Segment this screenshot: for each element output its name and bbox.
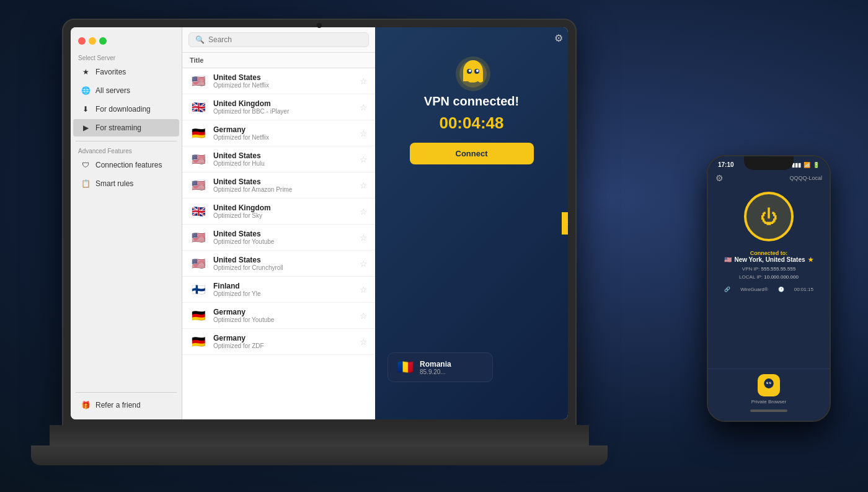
sidebar-item-streaming[interactable]: ▶ For streaming <box>73 119 179 136</box>
vpn-main-content: VPN connected! 00:04:48 Connect <box>410 55 534 164</box>
wifi-icon: 📶 <box>804 162 810 168</box>
favorite-star-button[interactable]: ☆ <box>360 76 368 86</box>
favorite-star-button[interactable]: ☆ <box>360 207 368 217</box>
phone-connected-label: Connected to: <box>708 250 830 256</box>
server-country: Germany <box>213 125 353 134</box>
table-row[interactable]: 🇺🇸 United States Optimized for Amazon Pr… <box>182 172 375 199</box>
favorite-star-button[interactable]: ☆ <box>360 181 368 190</box>
romania-ip: 85.9.20... <box>420 369 451 375</box>
sidebar-item-favorites[interactable]: ★ Favorites <box>73 63 179 81</box>
sidebar-item-refer-friend[interactable]: 🎁 Refer a friend <box>73 396 179 414</box>
phone-device: 17:10 ▮▮▮ 📶 🔋 ⚙ QQQQ-Local ⏻ Connected t… <box>707 155 831 422</box>
vpn-ip-row: VPN IP: 555.555.55.555 <box>708 266 830 274</box>
sidebar-item-smart-rules-label: Smart rules <box>95 179 133 188</box>
table-row[interactable]: 🇺🇸 United States Optimized for Crunchyro… <box>182 251 375 277</box>
table-row[interactable]: 🇺🇸 United States Optimized for Netflix ☆ <box>182 68 375 94</box>
power-icon: ⏻ <box>760 207 777 227</box>
flag-icon: 🇺🇸 <box>190 179 207 192</box>
romania-card: 🇷🇴 Romania 85.9.20... <box>388 352 493 382</box>
flag-icon: 🇺🇸 <box>190 153 207 166</box>
phone-gear-icon[interactable]: ⚙ <box>715 173 724 183</box>
server-info: United Kingdom Optimized for Sky <box>213 204 353 219</box>
laptop-base-bottom <box>31 445 608 465</box>
favorite-star-button[interactable]: ☆ <box>360 311 368 321</box>
sidebar-item-all-servers[interactable]: 🌐 All servers <box>73 82 179 99</box>
local-ip-value: 10.000.000.000 <box>764 274 799 280</box>
phone-status-icons: ▮▮▮ 📶 🔋 <box>792 162 820 168</box>
romania-flag: 🇷🇴 <box>397 359 414 375</box>
server-subtitle: Optimized for Netflix <box>213 82 353 89</box>
globe-icon: 🌐 <box>81 86 91 96</box>
server-subtitle: Optimized for Yle <box>213 290 353 297</box>
sidebar-section-1-label: Select Server <box>71 52 182 63</box>
phone-header: ⚙ QQQQ-Local <box>708 171 830 186</box>
phone-timer: 00:01:15 <box>794 287 813 292</box>
table-row[interactable]: 🇩🇪 Germany Optimized for ZDF ☆ <box>182 329 375 355</box>
flag-icon: 🇺🇸 <box>190 75 207 87</box>
favorite-star-button[interactable]: ☆ <box>360 128 368 138</box>
table-row[interactable]: 🇺🇸 United States Optimized for Youtube ☆ <box>182 225 375 251</box>
phone-bottom-bar: Private Browser <box>708 369 830 421</box>
server-country: United States <box>213 256 353 264</box>
vpn-ip-value: 555.555.55.555 <box>761 266 796 272</box>
table-row[interactable]: 🇫🇮 Finland Optimized for Yle ☆ <box>182 277 375 303</box>
flag-icon: 🇫🇮 <box>190 284 207 296</box>
server-subtitle: Optimized for Hulu <box>213 160 353 167</box>
search-input[interactable] <box>208 35 362 44</box>
protocol-label: WireGuard® <box>740 287 768 292</box>
table-row[interactable]: 🇺🇸 United States Optimized for Hulu ☆ <box>182 146 375 172</box>
svg-point-13 <box>770 382 771 383</box>
table-title-column: Title <box>190 56 368 64</box>
sidebar-item-all-servers-label: All servers <box>95 86 130 95</box>
phone-power-button[interactable]: ⏻ <box>744 192 794 241</box>
phone-app-icon[interactable] <box>758 374 780 396</box>
minimize-button[interactable] <box>89 37 96 45</box>
search-wrapper: 🔍 <box>188 32 369 47</box>
laptop-screen-content: Select Server ★ Favorites 🌐 All servers … <box>71 27 568 419</box>
favorite-star-button[interactable]: ☆ <box>360 154 368 164</box>
server-subtitle: Optimized for Youtube <box>213 238 353 245</box>
phone-screen: 17:10 ▮▮▮ 📶 🔋 ⚙ QQQQ-Local ⏻ Connected t… <box>708 156 830 421</box>
battery-icon: 🔋 <box>813 162 820 168</box>
server-subtitle: Optimized for ZDF <box>213 342 353 349</box>
table-row[interactable]: 🇬🇧 United Kingdom Optimized for BBC - iP… <box>182 94 375 120</box>
flag-icon: 🇬🇧 <box>190 101 207 114</box>
sidebar-item-downloading[interactable]: ⬇ For downloading <box>73 101 179 118</box>
server-country: Finland <box>213 282 353 290</box>
close-button[interactable] <box>78 37 86 45</box>
romania-info: Romania 85.9.20... <box>420 360 451 375</box>
vpn-right-panel: ⚙ <box>375 27 568 419</box>
maximize-button[interactable] <box>99 37 107 45</box>
flag-icon: 🇬🇧 <box>190 205 207 218</box>
server-info: Germany Optimized for Netflix <box>213 125 353 141</box>
sidebar-item-smart-rules[interactable]: 📋 Smart rules <box>73 175 179 192</box>
table-row[interactable]: 🇩🇪 Germany Optimized for Netflix ☆ <box>182 120 375 146</box>
laptop-device: Select Server ★ Favorites 🌐 All servers … <box>50 19 589 465</box>
favorite-star-button[interactable]: ☆ <box>360 285 368 295</box>
sidebar-divider-2 <box>76 392 177 393</box>
laptop-camera <box>317 23 322 28</box>
gear-button[interactable]: ⚙ <box>554 32 563 44</box>
star-icon: ★ <box>81 67 91 77</box>
table-row[interactable]: 🇬🇧 United Kingdom Optimized for Sky ☆ <box>182 199 375 225</box>
favorite-star-button[interactable]: ☆ <box>360 233 368 243</box>
favorite-star-button[interactable]: ☆ <box>360 102 368 112</box>
sidebar-section-2-label: Advanced Features <box>71 145 182 156</box>
server-country: United Kingdom <box>213 99 353 108</box>
sidebar-item-connection-features[interactable]: 🛡 Connection features <box>73 156 179 174</box>
window-controls <box>71 32 182 52</box>
location-flag: 🇺🇸 <box>724 256 732 263</box>
sidebar-item-refer-label: Refer a friend <box>95 401 141 409</box>
server-info: United States Optimized for Crunchyroll <box>213 256 353 271</box>
favorite-star-button[interactable]: ☆ <box>360 337 368 347</box>
server-info: United States Optimized for Youtube <box>213 230 353 245</box>
expand-arrow[interactable]: » <box>562 212 568 235</box>
laptop-body: Select Server ★ Favorites 🌐 All servers … <box>62 19 577 428</box>
favorite-star: ★ <box>808 256 813 263</box>
favorite-star-button[interactable]: ☆ <box>360 259 368 269</box>
svg-point-12 <box>767 382 768 383</box>
phone-time: 17:10 <box>718 161 734 168</box>
phone-home-bar <box>750 409 787 412</box>
connect-button[interactable]: Connect <box>410 143 534 164</box>
table-row[interactable]: 🇩🇪 Germany Optimized for Youtube ☆ <box>182 303 375 329</box>
